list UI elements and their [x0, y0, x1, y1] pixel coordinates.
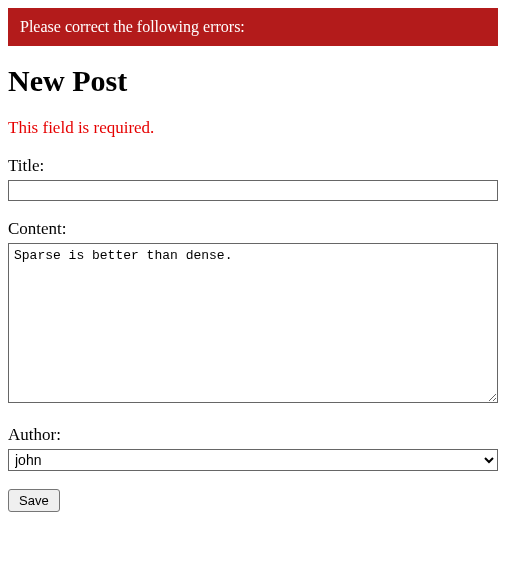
- title-label: Title:: [8, 156, 498, 176]
- field-group-content: Content: Sparse is better than dense.: [8, 219, 498, 407]
- title-input[interactable]: [8, 180, 498, 201]
- field-group-title: Title:: [8, 156, 498, 201]
- author-select[interactable]: john: [8, 449, 498, 471]
- error-banner: Please correct the following errors:: [8, 8, 498, 46]
- field-group-author: Author: john: [8, 425, 498, 471]
- content-textarea[interactable]: Sparse is better than dense.: [8, 243, 498, 403]
- save-button[interactable]: Save: [8, 489, 60, 512]
- page-title: New Post: [8, 64, 498, 98]
- author-label: Author:: [8, 425, 498, 445]
- field-error: This field is required.: [8, 118, 498, 138]
- content-label: Content:: [8, 219, 498, 239]
